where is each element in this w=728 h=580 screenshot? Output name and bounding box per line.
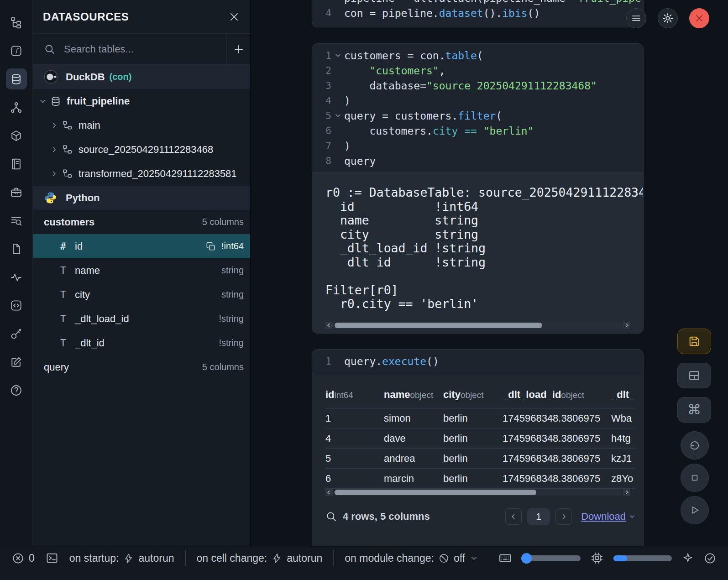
previous-page-button[interactable] <box>505 508 522 525</box>
search-icon[interactable] <box>325 511 337 523</box>
shutdown-button[interactable] <box>689 8 709 28</box>
nav-scratchpad[interactable] <box>6 351 27 372</box>
table-row[interactable]: 1simonberlin1745968348.3806975Wba <box>325 408 635 428</box>
next-page-button[interactable] <box>555 508 572 525</box>
settings-button[interactable] <box>658 8 678 28</box>
column-type: !string <box>219 338 244 348</box>
run-button[interactable] <box>681 496 709 524</box>
schema-item[interactable]: source_202504291112283468 <box>33 137 250 162</box>
code-block-icon <box>10 299 22 312</box>
help-icon <box>10 384 22 397</box>
section-python[interactable]: Python <box>33 186 250 210</box>
terminal-button[interactable] <box>46 552 58 564</box>
code-editor[interactable]: 1customers = con.table( 2 "customers", 3… <box>312 44 643 172</box>
table-column-header[interactable]: cityobject <box>443 389 503 401</box>
sparkle-icon[interactable] <box>682 552 694 564</box>
nav-tracing[interactable] <box>6 266 27 287</box>
schema-item[interactable]: main <box>33 113 250 137</box>
scroll-right-button[interactable] <box>623 489 630 496</box>
line-number: 6 <box>312 125 331 136</box>
nav-toolbox[interactable] <box>6 182 27 203</box>
status-ok-icon[interactable] <box>704 552 716 564</box>
schema-item[interactable]: transformed_202504291112283581 <box>33 162 250 186</box>
terminal-icon <box>46 552 58 564</box>
stop-button[interactable] <box>681 464 709 492</box>
scroll-right-button[interactable] <box>623 322 630 329</box>
document-icon <box>10 243 22 255</box>
cpu-icon[interactable] <box>591 552 603 564</box>
search-icon <box>44 43 56 55</box>
fold-icon[interactable] <box>331 52 344 58</box>
scroll-left-button[interactable] <box>325 322 333 329</box>
nav-packages[interactable] <box>6 125 27 146</box>
cell-output-area: r0 := DatabaseTable: source_202504291112… <box>312 172 643 333</box>
nav-functions[interactable]: f <box>6 40 27 61</box>
horizontal-scrollbar[interactable] <box>325 489 630 496</box>
memory-meter[interactable] <box>522 555 581 561</box>
table-row[interactable]: 6marcinberlin1745968348.3806975z8Yo <box>325 469 635 489</box>
scrollbar-thumb[interactable] <box>335 323 542 328</box>
horizontal-scrollbar[interactable] <box>325 322 630 329</box>
table-column-header[interactable]: nameobject <box>384 389 443 401</box>
cpu-meter[interactable] <box>613 555 672 561</box>
nav-help[interactable] <box>6 380 27 401</box>
table-row[interactable]: 4daveberlin1745968348.3806975h4tg <box>325 428 635 449</box>
notebook-area: pipeline = dlt.attach(pipeline_name="fru… <box>251 0 728 546</box>
code-cell-query[interactable]: 1customers = con.table( 2 "customers", 3… <box>312 43 644 334</box>
column-type: string <box>221 265 244 276</box>
schema-label: transformed_202504291112283581 <box>79 168 237 180</box>
fold-icon[interactable] <box>331 113 344 119</box>
setting-on-module-change[interactable]: on module change: off <box>345 552 478 564</box>
line-number: 4 <box>312 8 331 19</box>
list-search-icon <box>10 214 22 227</box>
add-datasource-button[interactable] <box>226 34 250 64</box>
command-palette-button[interactable]: ⌘ <box>677 397 711 423</box>
nav-datasources[interactable] <box>6 68 27 89</box>
setting-on-cell-change[interactable]: on cell change: autorun <box>197 552 323 564</box>
nav-notebook[interactable] <box>6 153 27 174</box>
error-indicator[interactable]: 0 <box>12 552 35 564</box>
column-row-dlt-id[interactable]: T _dlt_id !string <box>33 331 250 355</box>
dataframe-output: idint64 nameobject cityobject _dlt_load_… <box>312 373 643 563</box>
column-row-dlt-load-id[interactable]: T _dlt_load_id !string <box>33 307 250 331</box>
table-header-customers[interactable]: customers 5 columns <box>33 210 250 234</box>
table-row[interactable]: 5andreaberlin1745968348.3806975kzJ1 <box>325 449 635 469</box>
setting-on-startup[interactable]: on startup: autorun <box>69 552 174 564</box>
table-column-header[interactable]: _dlt_idobject <box>611 389 635 401</box>
scroll-left-button[interactable] <box>325 489 333 496</box>
keyboard-icon[interactable] <box>498 551 512 565</box>
notebook-icon <box>10 158 22 170</box>
column-count: 5 columns <box>202 362 244 372</box>
scrollbar-thumb[interactable] <box>335 490 536 495</box>
download-link[interactable]: Download <box>581 511 636 523</box>
layout-button[interactable] <box>677 363 711 388</box>
nav-documentation[interactable] <box>6 238 27 259</box>
code-editor[interactable]: 1query.execute() <box>312 350 643 373</box>
connection-duckdb[interactable]: DuckDB (con) <box>33 65 250 89</box>
code-cell-connection[interactable]: pipeline = dlt.attach(pipeline_name="fru… <box>312 0 644 27</box>
code-cell-execute[interactable]: 1query.execute() idint64 nameobject city… <box>312 349 644 564</box>
menu-button[interactable] <box>626 8 646 28</box>
search-input[interactable] <box>64 43 226 55</box>
connection-badge: (con) <box>110 72 132 82</box>
table-column-header[interactable]: idint64 <box>325 389 384 401</box>
column-row-id[interactable]: # id !int64 <box>33 234 250 258</box>
close-panel-button[interactable] <box>228 11 240 23</box>
nav-dependencies[interactable] <box>6 97 27 118</box>
nav-file-tree[interactable] <box>6 12 27 33</box>
nav-secrets[interactable] <box>6 323 27 344</box>
table-column-header[interactable]: _dlt_load_idobject <box>503 389 611 401</box>
undo-button[interactable] <box>681 431 709 460</box>
column-row-name[interactable]: T name string <box>33 258 250 282</box>
database-icon <box>10 73 22 85</box>
nav-snippets[interactable] <box>6 295 27 316</box>
page-indicator[interactable]: 1 <box>527 508 550 525</box>
nav-logs[interactable] <box>6 210 27 231</box>
line-number: 7 <box>312 141 331 152</box>
column-row-city[interactable]: T city string <box>33 282 250 307</box>
table-header-query[interactable]: query 5 columns <box>33 355 250 379</box>
tree-item-database[interactable]: fruit_pipeline <box>33 89 250 113</box>
copy-icon[interactable] <box>206 241 216 251</box>
save-button[interactable] <box>677 329 711 354</box>
column-type: string <box>221 289 244 300</box>
